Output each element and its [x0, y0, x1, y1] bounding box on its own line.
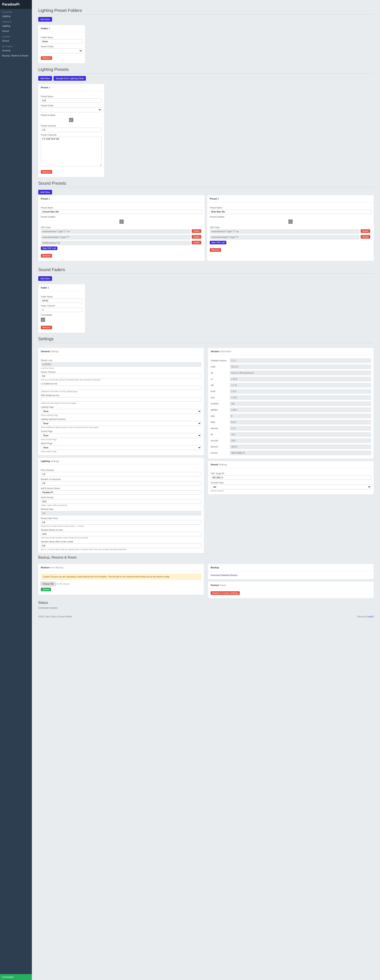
choose-file-button[interactable]: Choose File: [41, 582, 56, 586]
sample-lighting-desk-button[interactable]: Sample from Lighting Desk: [54, 76, 86, 81]
spreset-title-prefix: Preset: [41, 197, 48, 200]
sampler-effect-input[interactable]: [41, 544, 201, 548]
delete-osc-button[interactable]: Delete: [361, 235, 370, 239]
lpreset-name-input[interactable]: [41, 98, 102, 103]
sidebar-item-lighting-folders[interactable]: Lighting: [0, 14, 32, 19]
delete-osc-button[interactable]: Delete: [192, 229, 201, 233]
osc-data-input: [41, 235, 190, 239]
ver-header-light: Information: [220, 350, 232, 353]
main-content: Lighting Preset Folders Add New Folder 1…: [32, 0, 380, 980]
first-universe-label: First Universe: [41, 469, 201, 471]
version-value: [230, 445, 371, 449]
sidebar-item-lighting-presets[interactable]: Lighting: [0, 23, 32, 29]
fade-label: Preset Fade Time: [41, 517, 201, 520]
sound-preset-card: Preset 2 Preset Name Preset Enabled ✓ OS…: [207, 195, 374, 261]
factory-reset-button[interactable]: Restore to Factory Settings: [211, 591, 240, 595]
upload-button[interactable]: Upload: [41, 588, 51, 591]
spreset-enabled-checkbox[interactable]: ✓: [120, 220, 124, 224]
sampler-run-input[interactable]: [41, 532, 201, 536]
source-name-input[interactable]: [41, 490, 201, 495]
console-type-help: Which console?: [211, 490, 371, 492]
light-header-bold: Lighting: [41, 460, 50, 462]
parent-folder-label: Parent Folder: [41, 45, 83, 48]
lighting-preset-card: Preset 1 Preset Name Preset Folder Prese…: [38, 84, 104, 177]
lpreset-folder-select[interactable]: [41, 107, 102, 112]
osc-ip-input[interactable]: [211, 475, 371, 480]
fader-controllable-checkbox[interactable]: ✓: [41, 318, 45, 322]
new-osc-call-button[interactable]: New OSC call: [210, 241, 226, 244]
remove-folder-button[interactable]: Remove: [41, 56, 52, 60]
sidebar-item-backup[interactable]: Backup, Restore & Reset: [0, 53, 32, 58]
spreset-enabled-checkbox[interactable]: ✓: [288, 220, 293, 224]
footer-theme-prefix: Theme by: [357, 616, 367, 618]
sidebar-section-settings: SETTINGS: [0, 43, 32, 48]
spreset-enabled-label: Preset Enabled: [41, 216, 202, 218]
gen-header-light: Settings: [50, 350, 59, 353]
version-label: openssl: [211, 427, 230, 430]
remove-fader-button[interactable]: Remove: [41, 326, 52, 329]
spreset-enabled-label: Preset Enabled: [210, 216, 371, 218]
lpreset-folder-label: Preset Folder: [41, 105, 102, 107]
version-label: brotli: [211, 390, 230, 393]
snd-add-input[interactable]: [41, 397, 201, 402]
timeout-input[interactable]: [41, 374, 201, 378]
footer-theme-link[interactable]: CoreUI: [367, 616, 374, 618]
console-type-select[interactable]: xair: [211, 484, 371, 489]
sidebar-section-folders: FOLDERS: [0, 9, 32, 14]
osc-data-label: OSC Data: [41, 226, 202, 229]
version-value: [230, 383, 371, 387]
first-universe-input[interactable]: [41, 472, 201, 476]
footer-copyright: ©2021 John Cherry & James Bithell: [38, 616, 72, 618]
add-folder-button[interactable]: Add New: [38, 17, 52, 22]
version-value: [230, 438, 371, 443]
download-backup-link[interactable]: Download Database Backup: [211, 574, 237, 576]
remove-lpreset-button[interactable]: Remove: [41, 170, 52, 173]
lighting-special-select[interactable]: Show: [41, 421, 201, 426]
lx-add-help: Additional Information for the Lighting …: [41, 390, 201, 393]
lpreset-channels-textarea[interactable]: {"1":159,"513":25}: [41, 137, 102, 167]
fade-input[interactable]: [41, 520, 201, 525]
backup-download-header: Backup: [211, 566, 219, 569]
lpreset-enabled-checkbox[interactable]: ✓: [69, 118, 73, 122]
file-chooser[interactable]: Choose FileNo file chosen: [41, 582, 201, 586]
version-value: [230, 414, 371, 418]
num-universes-input[interactable]: [41, 481, 201, 485]
fader-channel-input[interactable]: [41, 308, 83, 312]
sidebar-item-general[interactable]: General: [0, 48, 32, 53]
fader-title-prefix: Fader: [41, 286, 47, 289]
new-osc-call-button[interactable]: New OSC call: [41, 247, 57, 250]
delete-osc-button[interactable]: Delete: [192, 241, 201, 244]
version-label: node: [211, 366, 230, 368]
sidebar-item-sound-presets[interactable]: Sound: [0, 29, 32, 33]
fader-name-input[interactable]: [41, 299, 83, 303]
version-label: uv: [211, 378, 230, 380]
remove-spreset-button[interactable]: Remove: [210, 248, 221, 252]
folder-name-input[interactable]: [41, 39, 83, 44]
sidebar-item-sound-faders[interactable]: Sound: [0, 38, 32, 43]
version-value: [230, 389, 371, 394]
add-lighting-preset-button[interactable]: Add New: [38, 76, 52, 81]
lpreset-universe-input[interactable]: [41, 127, 102, 132]
add-fader-button[interactable]: Add New: [38, 276, 52, 281]
sound-page-select[interactable]: Show: [41, 433, 201, 438]
delete-osc-button[interactable]: Delete: [192, 235, 201, 239]
version-label: modules: [211, 402, 230, 405]
delete-osc-button[interactable]: Delete: [361, 229, 370, 233]
spreset-name-label: Preset Name: [41, 207, 202, 209]
lx-add-input[interactable]: [41, 385, 201, 390]
sound-faders-title: Sound Faders: [38, 267, 374, 272]
spreset-name-input[interactable]: [41, 210, 202, 214]
lpreset-name-label: Preset Name: [41, 95, 102, 98]
admin-page-select[interactable]: Show: [41, 445, 201, 450]
priority-input[interactable]: [41, 500, 201, 504]
spreset-name-input[interactable]: [210, 210, 371, 214]
add-sound-preset-button[interactable]: Add New: [38, 190, 52, 194]
admin-page-help: Show Admin Page: [41, 450, 201, 453]
lighting-settings-card: Lighting Settings First Universe Number …: [38, 458, 204, 553]
parent-folder-select[interactable]: [41, 48, 83, 53]
lock-help: Lock the device: [41, 367, 201, 369]
lighting-page-select[interactable]: Show: [41, 409, 201, 414]
remove-spreset-button[interactable]: Remove: [41, 254, 52, 258]
sound-preset-card: Preset 1 Preset Name Preset Enabled ✓ OS…: [38, 195, 205, 261]
ver-header-bold: Version: [211, 350, 219, 353]
